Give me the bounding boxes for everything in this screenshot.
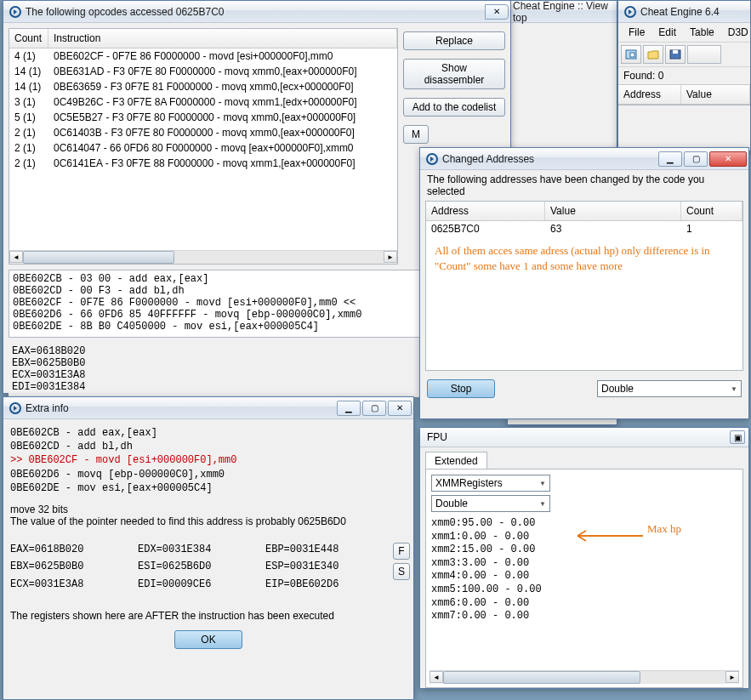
main-ce-list: Address Value [618, 85, 750, 105]
ce-icon [9, 401, 22, 415]
cell-count: 14 (1) [9, 80, 48, 94]
cell-instruction: 0C49B26C - F3 0F7E 8A F0000000 - movq xm… [48, 95, 397, 109]
col-value[interactable]: Value [545, 202, 681, 220]
menu-table[interactable]: Table [683, 25, 721, 40]
cell-instruction: 0C614047 - 66 0FD6 80 F0000000 - movq [e… [48, 141, 397, 155]
s-button[interactable]: S [393, 563, 410, 580]
xmm-registers-dropdown[interactable]: XMMRegisters ▼ [431, 475, 550, 492]
found-label: Found: 0 [618, 67, 750, 85]
table-row[interactable]: 3 (1)0C49B26C - F3 0F7E 8A F0000000 - mo… [9, 94, 397, 110]
maximize-button[interactable]: ▢ [684, 151, 708, 167]
table-row[interactable]: 2 (1)0C61403B - F3 0F7E 80 F0000000 - mo… [9, 125, 397, 140]
fpu-title: FPU [424, 430, 728, 445]
xmm-line: xmm6:0.00 - 0.00 [431, 597, 737, 611]
col-address[interactable]: Address [618, 85, 681, 104]
extra-info-titlebar: Extra info ▁ ▢ ✕ [3, 397, 413, 419]
reg-cell: EBX=0625B0B0 [10, 558, 138, 575]
disasm-line: 0BE602D6 - movq [ebp-000000C0],xmm0 [10, 468, 407, 481]
cell-count: 3 (1) [9, 95, 48, 109]
xmm-line: xmm0:95.00 - 0.00 [431, 517, 737, 531]
minimize-button[interactable]: ▁ [337, 401, 361, 416]
opcodes-list[interactable]: Count Instruction 4 (1)0BE602CF - 0F7E 8… [9, 28, 398, 265]
reg-cell: EDI=00009CE6 [138, 576, 265, 593]
scrollbar[interactable]: ◄ ► [9, 250, 397, 264]
m-button[interactable]: M [403, 125, 429, 144]
main-ce-toolbar [618, 43, 750, 67]
show-disassembler-button[interactable]: Show disassembler [403, 59, 505, 89]
desc1: move 32 bits [10, 504, 407, 515]
close-button[interactable]: ✕ [709, 151, 747, 167]
ce-icon [623, 5, 637, 19]
close-button[interactable]: ✕ [485, 4, 509, 20]
tool-extra-button[interactable] [687, 45, 721, 64]
type-dropdown[interactable]: Double ▼ [597, 380, 742, 397]
open-process-button[interactable] [621, 45, 641, 64]
fpu-type-dropdown[interactable]: Double ▼ [431, 495, 550, 512]
xmm-line: xmm5:100.00 - 0.00 [431, 583, 737, 597]
chevron-down-icon: ▼ [539, 480, 546, 487]
cell-instruction: 0BE63659 - F3 0F7E 81 F0000000 - movq xm… [48, 80, 397, 94]
opcodes-titlebar: The following opcodes accessed 0625B7C0 … [3, 1, 510, 23]
extra-info-window: Extra info ▁ ▢ ✕ 0BE602CB - add eax,[eax… [3, 396, 414, 700]
scroll-right-button[interactable]: ► [384, 251, 397, 263]
xmm-line: xmm3:3.00 - 0.00 [431, 557, 737, 571]
f-button[interactable]: F [393, 543, 410, 560]
table-row[interactable]: 4 (1)0BE602CF - 0F7E 86 F0000000 - movd … [9, 48, 397, 64]
browser-tab-titlebar: Cheat Engine :: View top [508, 1, 617, 23]
xmm-line: xmm7:0.00 - 0.00 [431, 610, 737, 623]
table-row[interactable]: 2 (1)0C6141EA - F3 0F7E 88 F0000000 - mo… [9, 156, 397, 171]
menu-edit[interactable]: Edit [651, 25, 683, 40]
ce-icon [9, 5, 22, 19]
cell-count: 14 (1) [9, 65, 48, 78]
reg-cell: EBP=0031E448 [265, 541, 393, 558]
table-row[interactable]: 5 (1)0C5E5B27 - F3 0F7E 80 F0000000 - mo… [9, 110, 397, 125]
minimize-button[interactable]: ▁ [658, 151, 682, 167]
reg-cell: ESP=0031E340 [265, 558, 393, 575]
cell-instruction: 0BE631AD - F3 0F7E 80 F0000000 - movq xm… [48, 65, 397, 78]
cell-count: 4 (1) [9, 49, 48, 63]
fpu-scrollbar[interactable]: ◄ ► [430, 670, 739, 684]
extra-info-title: Extra info [26, 402, 335, 414]
ok-button[interactable]: OK [174, 630, 242, 649]
col-value[interactable]: Value [681, 85, 750, 104]
save-button[interactable] [665, 45, 686, 64]
extra-regs-block: EAX=0618B020EDX=0031E384EBP=0031E448EBX=… [10, 541, 407, 593]
col-count[interactable]: Count [9, 29, 48, 48]
col-count[interactable]: Count [681, 202, 742, 220]
fpu-close-icon[interactable]: ▣ [730, 430, 745, 444]
fpu-tabs: Extended [420, 447, 748, 469]
table-row[interactable]: 2 (1)0C614047 - 66 0FD6 80 F0000000 - mo… [9, 140, 397, 156]
changed-addresses-window: Changed Addresses ▁ ▢ ✕ The following ad… [419, 147, 749, 419]
reg-cell: EAX=0618B020 [10, 541, 138, 558]
table-row[interactable]: 14 (1)0BE631AD - F3 0F7E 80 F0000000 - m… [9, 64, 397, 79]
col-address[interactable]: Address [426, 202, 545, 220]
chevron-down-icon: ▼ [539, 500, 546, 508]
changed-win-buttons: ▁ ▢ ✕ [657, 151, 747, 167]
table-row[interactable]: 14 (1)0BE63659 - F3 0F7E 81 F0000000 - m… [9, 79, 397, 94]
annotation-note: All of them acces same adress (actual hp… [426, 236, 742, 280]
scroll-right-button[interactable]: ► [725, 671, 739, 683]
replace-button[interactable]: Replace [403, 31, 505, 50]
col-instruction[interactable]: Instruction [48, 29, 397, 48]
tab-extended[interactable]: Extended [425, 452, 487, 470]
scroll-left-button[interactable]: ◄ [9, 251, 23, 263]
add-codelist-button[interactable]: Add to the codelist [403, 98, 505, 117]
chevron-down-icon: ▼ [731, 385, 737, 393]
cell-count: 5 (1) [9, 111, 48, 124]
xmm-line: xmm1:0.00 - 0.00 [431, 531, 737, 544]
extra-info-body: 0BE602CB - add eax,[eax] 0BE602CD - add … [3, 419, 413, 656]
menu-d3d[interactable]: D3D [721, 25, 751, 40]
table-row[interactable]: 0625B7C0 63 1 [426, 221, 742, 236]
dd2-value: Double [435, 498, 468, 509]
cell-count: 2 (1) [9, 141, 48, 155]
stop-button[interactable]: Stop [427, 379, 495, 398]
dd1-value: XMMRegisters [435, 477, 503, 489]
close-button[interactable]: ✕ [388, 401, 412, 416]
changed-list[interactable]: Address Value Count 0625B7C0 63 1 All of… [425, 201, 743, 371]
menu-file[interactable]: File [622, 25, 651, 40]
extra-info-win-buttons: ▁ ▢ ✕ [335, 401, 412, 416]
disasm-line: 0BE602DE - mov esi,[eax+000005C4] [10, 481, 407, 495]
scroll-left-button[interactable]: ◄ [430, 671, 443, 683]
open-file-button[interactable] [643, 45, 663, 64]
maximize-button[interactable]: ▢ [362, 401, 386, 416]
